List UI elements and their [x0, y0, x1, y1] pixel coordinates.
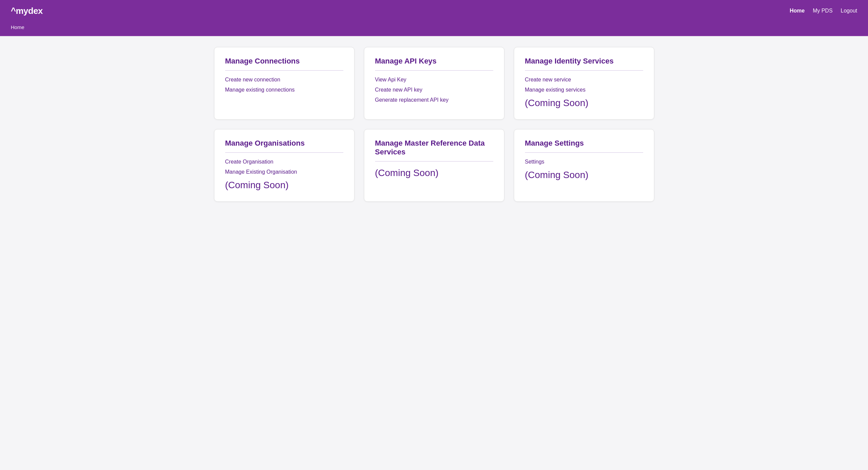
breadcrumb-bar: Home [0, 22, 868, 36]
card-manage-identity-services: Manage Identity Services Create new serv… [514, 47, 654, 120]
link-settings[interactable]: Settings [525, 159, 643, 165]
card-manage-settings: Manage Settings Settings (Coming Soon) [514, 129, 654, 202]
link-manage-existing-services[interactable]: Manage existing services [525, 87, 643, 93]
card-divider [375, 70, 493, 71]
card-title-organisations: Manage Organisations [225, 139, 343, 148]
link-create-new-connection[interactable]: Create new connection [225, 77, 343, 83]
link-view-api-key[interactable]: View Api Key [375, 77, 493, 83]
card-manage-organisations: Manage Organisations Create Organisation… [214, 129, 354, 202]
coming-soon-identity: (Coming Soon) [525, 98, 643, 108]
card-divider [525, 70, 643, 71]
card-title-master-reference: Manage Master Reference Data Services [375, 139, 493, 156]
link-create-organisation[interactable]: Create Organisation [225, 159, 343, 165]
card-manage-connections: Manage Connections Create new connection… [214, 47, 354, 120]
card-title-identity-services: Manage Identity Services [525, 57, 643, 66]
nav-logout[interactable]: Logout [841, 8, 857, 14]
breadcrumb: Home [11, 24, 24, 30]
site-header: ^mydex Home My PDS Logout [0, 0, 868, 22]
link-create-new-api-key[interactable]: Create new API key [375, 87, 493, 93]
main-content: Manage Connections Create new connection… [198, 36, 670, 213]
link-generate-replacement-api-key[interactable]: Generate replacement API key [375, 97, 493, 103]
card-manage-master-reference: Manage Master Reference Data Services (C… [364, 129, 504, 202]
link-manage-existing-connections[interactable]: Manage existing connections [225, 87, 343, 93]
card-title-api-keys: Manage API Keys [375, 57, 493, 66]
card-divider [225, 70, 343, 71]
coming-soon-master-reference: (Coming Soon) [375, 168, 493, 178]
nav-my-pds[interactable]: My PDS [813, 8, 833, 14]
cards-grid: Manage Connections Create new connection… [214, 47, 654, 202]
card-divider [525, 152, 643, 153]
main-nav: Home My PDS Logout [790, 8, 857, 14]
link-manage-existing-organisation[interactable]: Manage Existing Organisation [225, 169, 343, 175]
link-create-new-service[interactable]: Create new service [525, 77, 643, 83]
coming-soon-organisations: (Coming Soon) [225, 180, 343, 191]
nav-home[interactable]: Home [790, 8, 805, 14]
coming-soon-settings: (Coming Soon) [525, 170, 643, 180]
logo: ^mydex [11, 6, 43, 16]
card-title-settings: Manage Settings [525, 139, 643, 148]
card-title-connections: Manage Connections [225, 57, 343, 66]
card-manage-api-keys: Manage API Keys View Api Key Create new … [364, 47, 504, 120]
card-divider [225, 152, 343, 153]
card-divider [375, 161, 493, 162]
